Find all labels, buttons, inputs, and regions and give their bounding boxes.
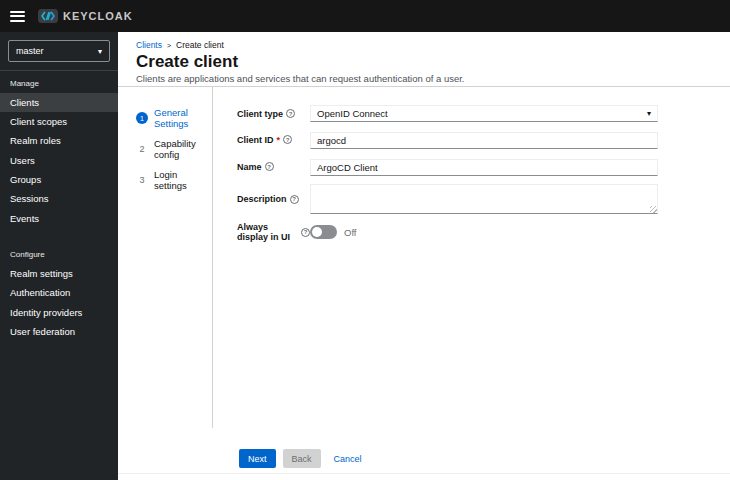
sidebar-item-events[interactable]: Events: [0, 209, 118, 228]
sidebar-item-sessions[interactable]: Sessions: [0, 190, 118, 209]
step-label: Capability config: [154, 138, 212, 160]
field-label: Name ?: [237, 162, 310, 172]
step-number: 3: [136, 174, 148, 186]
back-button[interactable]: Back: [283, 449, 321, 468]
sidebar-item-clients[interactable]: Clients: [0, 93, 118, 112]
nav-group-configure: Configure Realm settings Authentication …: [0, 242, 118, 341]
bottom-divider: [118, 473, 730, 474]
realm-selector[interactable]: master ▾: [8, 40, 110, 62]
nav-group-label: Manage: [0, 71, 118, 93]
field-label: Client type ?: [237, 109, 310, 119]
wizard-step-login-settings[interactable]: 3 Login settings: [136, 169, 212, 191]
page-title: Create client: [136, 52, 238, 72]
breadcrumb-separator-icon: >: [167, 42, 171, 49]
toggle-state-label: Off: [344, 227, 357, 238]
form-row-description: Description ?: [237, 184, 658, 214]
nav-group-manage: Manage Clients Client scopes Realm roles…: [0, 71, 118, 228]
toggle-knob: [312, 227, 322, 237]
sidebar-item-realm-settings[interactable]: Realm settings: [0, 264, 118, 283]
form-row-client-type: Client type ? OpenID Connect ▾: [237, 105, 658, 122]
form-row-client-id: Client ID * ?: [237, 130, 658, 149]
cancel-link[interactable]: Cancel: [334, 454, 362, 464]
nav-group-label: Configure: [0, 242, 118, 264]
field-label: Description ?: [237, 194, 310, 204]
always-display-toggle[interactable]: [310, 225, 337, 239]
sidebar-item-groups[interactable]: Groups: [0, 170, 118, 189]
client-type-select[interactable]: OpenID Connect ▾: [310, 105, 658, 122]
field-label: Always display in UI ?: [237, 222, 310, 242]
form-row-always-display: Always display in UI ? Off: [237, 222, 658, 242]
name-input[interactable]: [310, 159, 658, 176]
field-label-text: Always display in UI: [237, 222, 298, 242]
wizard-step-general-settings[interactable]: 1 General Settings: [136, 107, 212, 129]
field-label-text: Client ID: [237, 135, 274, 145]
sidebar-item-user-federation[interactable]: User federation: [0, 322, 118, 341]
menu-icon[interactable]: [10, 8, 25, 24]
sidebar: master ▾ Manage Clients Client scopes Re…: [0, 32, 118, 480]
breadcrumb: Clients > Create client: [136, 40, 224, 50]
field-label: Client ID * ?: [237, 135, 310, 145]
client-type-value: OpenID Connect: [317, 108, 388, 119]
keycloak-logo-icon: [38, 9, 58, 23]
next-button[interactable]: Next: [239, 449, 276, 468]
client-id-input[interactable]: [310, 132, 658, 149]
logo-text: KEYCLOAK: [63, 10, 133, 22]
chevron-down-icon: ▾: [98, 47, 102, 56]
keycloak-logo: KEYCLOAK: [38, 9, 133, 23]
required-marker: *: [277, 135, 281, 145]
wizard-footer: Next Back Cancel: [239, 449, 362, 468]
sidebar-item-client-scopes[interactable]: Client scopes: [0, 112, 118, 131]
main-content: Clients > Create client Create client Cl…: [118, 32, 730, 480]
sidebar-item-identity-providers[interactable]: Identity providers: [0, 303, 118, 322]
sidebar-item-realm-roles[interactable]: Realm roles: [0, 132, 118, 151]
step-number-badge: 1: [136, 112, 148, 124]
wizard-steps-nav: 1 General Settings 2 Capability config 3…: [118, 87, 213, 428]
description-textarea[interactable]: [310, 184, 658, 214]
field-label-text: Client type: [237, 109, 283, 119]
help-icon[interactable]: ?: [290, 195, 299, 204]
breadcrumb-link-clients[interactable]: Clients: [136, 40, 162, 50]
breadcrumb-current: Create client: [176, 40, 224, 50]
realm-selector-value: master: [16, 46, 44, 56]
general-settings-form: Client type ? OpenID Connect ▾ Client ID…: [237, 105, 658, 250]
field-label-text: Description: [237, 194, 287, 204]
sidebar-item-users[interactable]: Users: [0, 151, 118, 170]
help-icon[interactable]: ?: [301, 228, 310, 237]
step-label: Login settings: [154, 169, 212, 191]
masthead: KEYCLOAK: [0, 0, 730, 32]
help-icon[interactable]: ?: [283, 135, 292, 144]
wizard-step-capability-config[interactable]: 2 Capability config: [136, 138, 212, 160]
help-icon[interactable]: ?: [265, 162, 274, 171]
help-icon[interactable]: ?: [286, 109, 295, 118]
page-subtitle: Clients are applications and services th…: [136, 73, 464, 84]
field-label-text: Name: [237, 162, 262, 172]
chevron-down-icon: ▾: [647, 109, 651, 118]
sidebar-item-authentication[interactable]: Authentication: [0, 284, 118, 303]
step-label: General Settings: [154, 107, 212, 129]
form-row-name: Name ?: [237, 157, 658, 176]
step-number: 2: [136, 143, 148, 155]
